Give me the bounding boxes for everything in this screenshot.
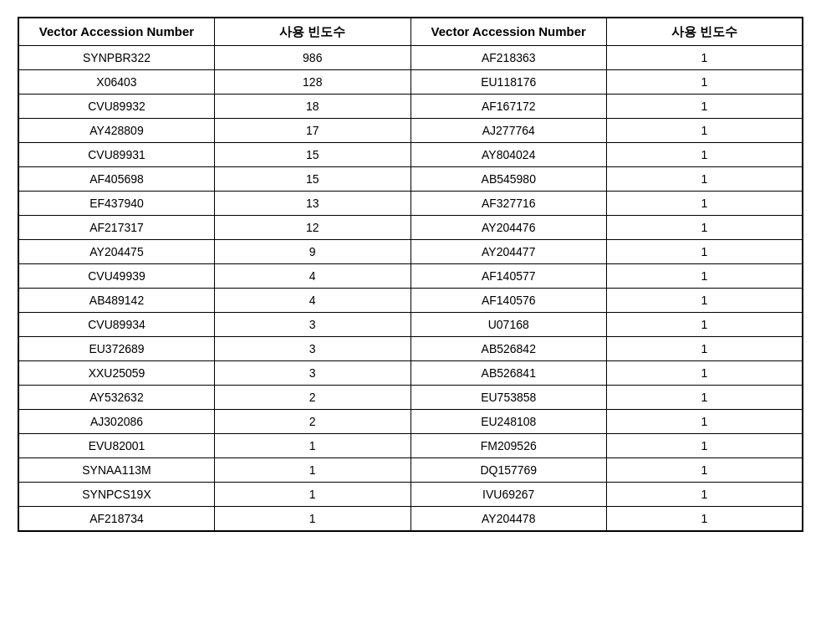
frequency-cell-left: 986 <box>215 45 411 69</box>
frequency-cell-right: 1 <box>607 433 803 457</box>
frequency-cell-left: 3 <box>215 336 411 360</box>
accession-cell-right: AY204477 <box>410 239 607 263</box>
table-row: EF43794013AF3277161 <box>18 191 803 215</box>
frequency-cell-left: 4 <box>215 288 411 312</box>
accession-cell-right: AB526841 <box>410 360 607 385</box>
frequency-cell-left: 15 <box>215 166 411 191</box>
table-row: X06403128EU1181761 <box>18 69 803 94</box>
accession-cell-right: AY204478 <box>410 506 607 531</box>
accession-cell-left: CVU89934 <box>18 312 215 336</box>
accession-cell-right: EU118176 <box>410 69 607 94</box>
accession-cell-right: AB526842 <box>410 336 607 360</box>
frequency-cell-left: 2 <box>215 409 411 433</box>
table-row: AF2187341AY2044781 <box>18 506 803 531</box>
table-row: EVU820011FM2095261 <box>18 433 803 457</box>
accession-cell-right: AY204476 <box>410 215 607 239</box>
table-row: XXU250593AB5268411 <box>18 360 803 385</box>
accession-cell-left: CVU89932 <box>18 94 215 118</box>
frequency-cell-left: 3 <box>215 312 411 336</box>
table-row: SYNPBR322986AF2183631 <box>18 45 803 69</box>
accession-cell-left: SYNPCS19X <box>18 482 215 506</box>
accession-cell-right: AF167172 <box>410 94 607 118</box>
frequency-cell-right: 1 <box>607 263 803 288</box>
accession-cell-left: CVU89931 <box>18 142 215 166</box>
accession-cell-right: AJ277764 <box>410 118 607 142</box>
frequency-cell-right: 1 <box>607 142 803 166</box>
frequency-cell-right: 1 <box>607 409 803 433</box>
frequency-cell-right: 1 <box>607 45 803 69</box>
accession-cell-right: EU753858 <box>410 385 607 409</box>
frequency-cell-right: 1 <box>607 336 803 360</box>
header-frequency-2: 사용 빈도수 <box>607 18 803 45</box>
frequency-cell-right: 1 <box>607 457 803 482</box>
accession-cell-left: X06403 <box>18 69 215 94</box>
frequency-cell-left: 1 <box>215 482 411 506</box>
table-row: AY2044759AY2044771 <box>18 239 803 263</box>
table-row: SYNPCS19X1IVU692671 <box>18 482 803 506</box>
table-row: AJ3020862EU2481081 <box>18 409 803 433</box>
accession-cell-right: AF140577 <box>410 263 607 288</box>
frequency-cell-left: 15 <box>215 142 411 166</box>
table-row: EU3726893AB5268421 <box>18 336 803 360</box>
table-row: SYNAA113M1DQ1577691 <box>18 457 803 482</box>
accession-cell-left: XXU25059 <box>18 360 215 385</box>
accession-cell-right: DQ157769 <box>410 457 607 482</box>
frequency-cell-left: 13 <box>215 191 411 215</box>
accession-cell-left: EU372689 <box>18 336 215 360</box>
header-accession-1: Vector Accession Number <box>18 18 215 45</box>
accession-cell-left: AY532632 <box>18 385 215 409</box>
frequency-cell-right: 1 <box>607 239 803 263</box>
frequency-cell-right: 1 <box>607 506 803 531</box>
accession-cell-left: AF217317 <box>18 215 215 239</box>
accession-cell-left: SYNPBR322 <box>18 45 215 69</box>
table-row: AF21731712AY2044761 <box>18 215 803 239</box>
frequency-cell-left: 17 <box>215 118 411 142</box>
frequency-cell-left: 12 <box>215 215 411 239</box>
accession-cell-right: AF218363 <box>410 45 607 69</box>
header-accession-2: Vector Accession Number <box>410 18 607 45</box>
accession-cell-left: EF437940 <box>18 191 215 215</box>
table-row: CVU899343U071681 <box>18 312 803 336</box>
accession-cell-left: EVU82001 <box>18 433 215 457</box>
frequency-cell-left: 1 <box>215 506 411 531</box>
accession-cell-left: AY428809 <box>18 118 215 142</box>
frequency-cell-left: 2 <box>215 385 411 409</box>
frequency-cell-right: 1 <box>607 312 803 336</box>
header-frequency-1: 사용 빈도수 <box>215 18 411 45</box>
accession-cell-left: AJ302086 <box>18 409 215 433</box>
frequency-cell-right: 1 <box>607 288 803 312</box>
accession-cell-left: AB489142 <box>18 288 215 312</box>
table-row: AY5326322EU7538581 <box>18 385 803 409</box>
frequency-cell-right: 1 <box>607 385 803 409</box>
accession-cell-right: AF140576 <box>410 288 607 312</box>
table-row: AB4891424AF1405761 <box>18 288 803 312</box>
accession-cell-right: AF327716 <box>410 191 607 215</box>
table-container: Vector Accession Number 사용 빈도수 Vector Ac… <box>18 17 803 532</box>
frequency-cell-left: 3 <box>215 360 411 385</box>
frequency-cell-left: 128 <box>215 69 411 94</box>
accession-cell-right: EU248108 <box>410 409 607 433</box>
frequency-cell-left: 9 <box>215 239 411 263</box>
table-row: CVU499394AF1405771 <box>18 263 803 288</box>
frequency-cell-right: 1 <box>607 482 803 506</box>
accession-cell-right: FM209526 <box>410 433 607 457</box>
accession-cell-left: SYNAA113M <box>18 457 215 482</box>
accession-cell-left: AF405698 <box>18 166 215 191</box>
frequency-cell-right: 1 <box>607 118 803 142</box>
frequency-cell-right: 1 <box>607 166 803 191</box>
frequency-cell-right: 1 <box>607 94 803 118</box>
table-row: AF40569815AB5459801 <box>18 166 803 191</box>
frequency-cell-right: 1 <box>607 69 803 94</box>
accession-cell-left: AF218734 <box>18 506 215 531</box>
frequency-cell-left: 4 <box>215 263 411 288</box>
accession-cell-right: IVU69267 <box>410 482 607 506</box>
accession-cell-right: AY804024 <box>410 142 607 166</box>
frequency-cell-left: 1 <box>215 433 411 457</box>
frequency-cell-left: 18 <box>215 94 411 118</box>
frequency-cell-left: 1 <box>215 457 411 482</box>
frequency-cell-right: 1 <box>607 191 803 215</box>
frequency-cell-right: 1 <box>607 360 803 385</box>
table-row: AY42880917AJ2777641 <box>18 118 803 142</box>
frequency-cell-right: 1 <box>607 215 803 239</box>
accession-cell-left: AY204475 <box>18 239 215 263</box>
